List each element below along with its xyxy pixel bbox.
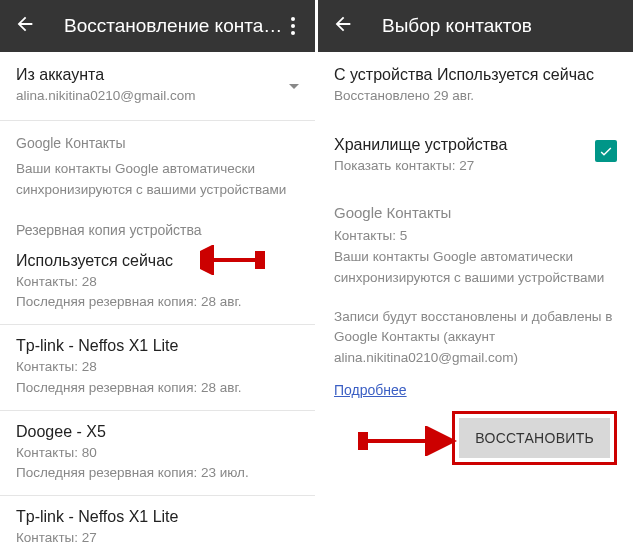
device-item[interactable]: Tp-link - Neffos X1 Lite Контакты: 28 По… — [0, 325, 315, 411]
google-title: Google Контакты — [334, 201, 617, 224]
device-backup: Последняя резервная копия: 28 авг. — [16, 378, 299, 398]
back-arrow-icon[interactable] — [14, 13, 36, 39]
current-device-block: С устройства Используется сейчас Восстан… — [318, 52, 633, 120]
device-name: Doogee - X5 — [16, 423, 299, 441]
storage-name: Хранилище устройства — [334, 136, 507, 154]
page-title: Выбор контактов — [382, 15, 619, 37]
backup-header: Резервная копия устройства — [16, 222, 299, 238]
svg-rect-5 — [358, 432, 368, 450]
restore-button[interactable]: ВОССТАНОВИТЬ — [459, 418, 610, 458]
google-contacts-header: Google Контакты — [16, 135, 299, 151]
device-name: Tp-link - Neffos X1 Lite — [16, 508, 299, 526]
device-backup: Последняя резервная копия: 23 июл. — [16, 463, 299, 483]
google-sync-note: Ваши контакты Google автоматически синхр… — [334, 247, 617, 289]
chevron-down-icon — [289, 84, 299, 89]
restore-button-highlight: ВОССТАНОВИТЬ — [452, 411, 617, 465]
device-backup: Последняя резервная копия: 28 авг. — [16, 292, 299, 312]
page-title: Восстановление конта… — [64, 15, 285, 37]
device-contacts: Контакты: 27 — [16, 528, 299, 543]
restore-note: Записи будут восстановлены и добавлены в… — [318, 297, 633, 376]
storage-row[interactable]: Хранилище устройства Показать контакты: … — [318, 120, 633, 190]
current-device-name: С устройства Используется сейчас — [334, 66, 617, 84]
screen-restore-contacts: Восстановление конта… Из аккаунта alina.… — [0, 0, 315, 543]
account-email: alina.nikitina0210@gmail.com — [16, 86, 196, 106]
device-item[interactable]: Tp-link - Neffos X1 Lite Контакты: 27 По… — [0, 496, 315, 543]
topbar-left: Восстановление конта… — [0, 0, 315, 52]
annotation-arrow-icon — [338, 426, 468, 460]
checkbox-checked-icon[interactable] — [595, 140, 617, 162]
device-contacts: Контакты: 28 — [16, 272, 299, 292]
device-name: Используется сейчас — [16, 252, 299, 270]
device-item[interactable]: Используется сейчас Контакты: 28 Последн… — [0, 252, 315, 326]
account-label: Из аккаунта — [16, 66, 196, 84]
screen-choose-contacts: Выбор контактов С устройства Используетс… — [318, 0, 633, 543]
learn-more-link[interactable]: Подробнее — [334, 382, 407, 398]
device-contacts: Контакты: 28 — [16, 357, 299, 377]
topbar-right: Выбор контактов — [318, 0, 633, 52]
back-arrow-icon[interactable] — [332, 13, 354, 39]
current-device-restored: Восстановлено 29 авг. — [334, 86, 617, 106]
google-contacts-block: Google Контакты Контакты: 5 Ваши контакт… — [318, 191, 633, 297]
device-item[interactable]: Doogee - X5 Контакты: 80 Последняя резер… — [0, 411, 315, 497]
google-contacts-count: Контакты: 5 — [334, 226, 617, 247]
device-contacts: Контакты: 80 — [16, 443, 299, 463]
device-name: Tp-link - Neffos X1 Lite — [16, 337, 299, 355]
storage-contacts: Показать контакты: 27 — [334, 156, 507, 176]
google-sync-note: Ваши контакты Google автоматически синхр… — [16, 159, 299, 200]
account-dropdown[interactable]: Из аккаунта alina.nikitina0210@gmail.com — [0, 52, 315, 121]
more-icon[interactable] — [285, 17, 301, 35]
